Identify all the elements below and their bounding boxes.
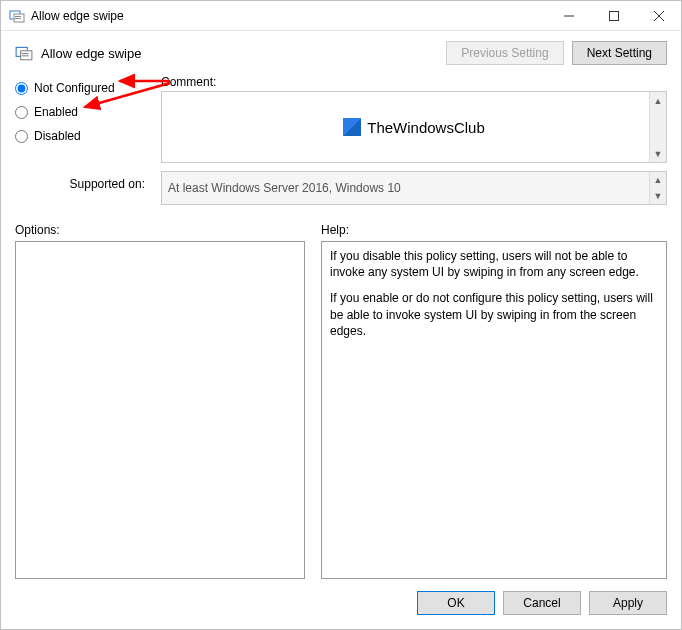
minimize-button[interactable] [546, 1, 591, 30]
window-title: Allow edge swipe [31, 9, 546, 23]
radio-disabled-label: Disabled [34, 129, 81, 143]
dialog-footer: OK Cancel Apply [1, 579, 681, 629]
radio-disabled[interactable]: Disabled [15, 129, 145, 143]
titlebar: Allow edge swipe [1, 1, 681, 31]
options-label: Options: [15, 223, 305, 237]
logo-icon [343, 118, 361, 136]
radio-enabled-input[interactable] [15, 106, 28, 119]
radio-disabled-input[interactable] [15, 130, 28, 143]
ok-button[interactable]: OK [417, 591, 495, 615]
radio-not-configured-label: Not Configured [34, 81, 115, 95]
policy-title: Allow edge swipe [41, 46, 141, 61]
cancel-button[interactable]: Cancel [503, 591, 581, 615]
window-controls [546, 1, 681, 30]
help-paragraph-1: If you disable this policy setting, user… [330, 248, 658, 280]
policy-icon [15, 44, 33, 62]
next-setting-button[interactable]: Next Setting [572, 41, 667, 65]
supported-row: Supported on: At least Windows Server 20… [1, 163, 681, 205]
scroll-up-icon[interactable]: ▲ [650, 172, 666, 188]
svg-rect-2 [15, 16, 21, 17]
radio-not-configured-input[interactable] [15, 82, 28, 95]
supported-value: At least Windows Server 2016, Windows 10 [168, 181, 401, 195]
svg-rect-11 [22, 55, 29, 56]
comment-textarea[interactable]: TheWindowsClub ▲ ▼ [161, 91, 667, 163]
svg-rect-10 [22, 53, 29, 54]
help-label: Help: [321, 223, 667, 237]
supported-label: Supported on: [15, 171, 145, 191]
config-row: Not Configured Enabled Disabled Comment: [1, 71, 681, 163]
apply-button[interactable]: Apply [589, 591, 667, 615]
scroll-up-icon[interactable]: ▲ [650, 92, 666, 109]
help-panel[interactable]: If you disable this policy setting, user… [321, 241, 667, 579]
radio-enabled[interactable]: Enabled [15, 105, 145, 119]
comment-scrollbar[interactable]: ▲ ▼ [649, 92, 666, 162]
logo-text: TheWindowsClub [367, 119, 485, 136]
svg-rect-3 [15, 18, 21, 19]
scroll-down-icon[interactable]: ▼ [650, 145, 666, 162]
panel-labels: Options: Help: [1, 205, 681, 241]
maximize-button[interactable] [591, 1, 636, 30]
radio-enabled-label: Enabled [34, 105, 78, 119]
close-button[interactable] [636, 1, 681, 30]
radio-not-configured[interactable]: Not Configured [15, 81, 145, 95]
logo-watermark: TheWindowsClub [343, 118, 485, 136]
previous-setting-button[interactable]: Previous Setting [446, 41, 563, 65]
panels-row: If you disable this policy setting, user… [1, 241, 681, 579]
scroll-down-icon[interactable]: ▼ [650, 188, 666, 204]
state-radio-group: Not Configured Enabled Disabled [15, 75, 145, 163]
supported-scrollbar[interactable]: ▲ ▼ [649, 172, 666, 204]
svg-rect-5 [609, 11, 618, 20]
options-panel[interactable] [15, 241, 305, 579]
help-paragraph-2: If you enable or do not configure this p… [330, 290, 658, 339]
app-icon [9, 8, 25, 24]
comment-label: Comment: [161, 75, 667, 89]
header-row: Allow edge swipe Previous Setting Next S… [1, 31, 681, 71]
supported-value-box: At least Windows Server 2016, Windows 10… [161, 171, 667, 205]
